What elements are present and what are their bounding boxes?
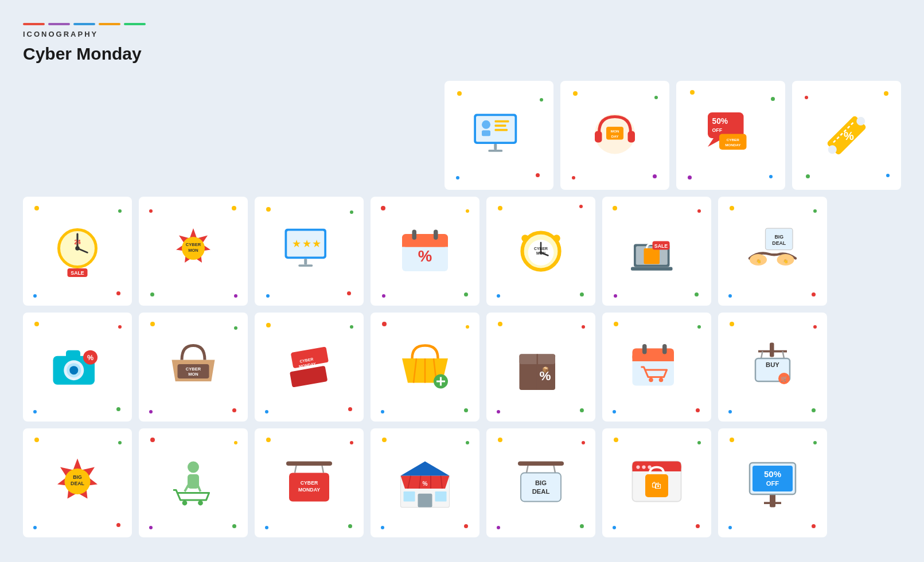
svg-text:CYBER: CYBER	[727, 138, 739, 142]
svg-text:MON: MON	[611, 129, 619, 133]
svg-text:DEAL: DEAL	[71, 481, 84, 486]
svg-rect-8	[488, 150, 502, 152]
svg-rect-102	[642, 344, 647, 354]
icon-cyber-mon-basket: CYBER MON	[139, 313, 248, 422]
icon-50off-billboard: 50% OFF	[718, 428, 827, 537]
svg-text:🛍: 🛍	[652, 479, 662, 491]
icon-cyber-mon-badge: CYBER MON	[139, 197, 248, 306]
icon-cyber-monday-tickets: CYBER MONDAY	[255, 313, 364, 422]
svg-rect-10	[595, 131, 602, 143]
svg-text:BUY: BUY	[766, 361, 779, 368]
svg-rect-49	[434, 230, 438, 240]
svg-text:CYBER: CYBER	[186, 366, 201, 372]
bar-blue	[73, 23, 95, 25]
svg-text:★: ★	[292, 238, 301, 249]
svg-rect-139	[518, 462, 564, 466]
svg-point-78	[69, 366, 78, 374]
svg-text:BIG: BIG	[535, 479, 547, 486]
svg-text:🛒: 🛒	[781, 375, 788, 383]
svg-text:50%: 50%	[712, 117, 728, 126]
svg-rect-123	[286, 462, 332, 466]
svg-text:MONDAY: MONDAY	[298, 487, 320, 493]
header: ICONOGRAPHY Cyber Monday	[23, 23, 901, 64]
svg-rect-135	[404, 491, 415, 502]
svg-rect-85	[290, 366, 328, 388]
icon-box-percent: % 📦	[486, 313, 595, 422]
svg-line-124	[295, 466, 297, 473]
svg-text:★: ★	[302, 238, 311, 249]
svg-text:SALE: SALE	[71, 270, 84, 276]
svg-text:CYBER: CYBER	[186, 242, 201, 247]
svg-text:%: %	[423, 481, 428, 487]
icon-store-front: %	[371, 428, 479, 537]
svg-rect-6	[495, 129, 508, 131]
svg-rect-3	[482, 130, 490, 136]
icon-website-bag: 🛍	[602, 428, 711, 537]
svg-text:DAY: DAY	[611, 134, 619, 138]
bar-purple	[48, 23, 70, 25]
svg-rect-4	[495, 120, 509, 123]
icon-headset-monday: MON DAY	[560, 81, 669, 190]
svg-text:SALE: SALE	[654, 243, 668, 249]
icon-big-deal-badge: BIG DEAL	[23, 428, 132, 537]
svg-rect-101	[633, 356, 675, 361]
svg-text:24: 24	[74, 239, 81, 245]
svg-rect-106	[770, 343, 774, 357]
icon-50off-bubble: 50% OFF CYBER MONDAY	[676, 81, 785, 190]
svg-line-141	[554, 466, 556, 473]
svg-rect-7	[494, 144, 497, 150]
svg-text:👋: 👋	[783, 259, 789, 264]
icon-monitor-stars: ★ ★ ★	[255, 197, 364, 306]
svg-point-117	[188, 462, 199, 473]
brand-bars	[23, 23, 901, 25]
svg-point-120	[198, 501, 203, 506]
svg-text:📦: 📦	[542, 366, 549, 373]
page-title: Cyber Monday	[23, 44, 901, 64]
svg-line-125	[322, 466, 324, 473]
svg-rect-43	[304, 259, 307, 264]
svg-text:CYBER: CYBER	[301, 480, 318, 486]
svg-rect-64	[644, 248, 660, 264]
svg-rect-44	[298, 264, 313, 267]
svg-rect-11	[628, 131, 636, 143]
svg-rect-134	[418, 494, 432, 508]
svg-text:BIG: BIG	[774, 234, 783, 240]
icon-add-basket	[371, 313, 479, 422]
svg-point-2	[482, 120, 490, 129]
icon-calendar-percent: %	[371, 197, 479, 306]
svg-text:👋: 👋	[756, 259, 762, 264]
icon-big-deal-sign: BIG DEAL	[486, 428, 595, 537]
icon-big-deal: BIG DEAL 👋 👋	[718, 197, 827, 306]
svg-point-53	[521, 235, 529, 242]
icon-cyber-monday-sign: CYBER MONDAY	[255, 428, 364, 537]
svg-point-105	[659, 378, 664, 383]
svg-text:OFF: OFF	[766, 480, 779, 487]
bar-orange	[99, 23, 120, 25]
svg-text:BIG: BIG	[73, 474, 82, 480]
page: ICONOGRAPHY Cyber Monday	[23, 23, 901, 537]
svg-rect-142	[521, 473, 561, 502]
svg-line-140	[527, 466, 528, 473]
svg-rect-103	[662, 344, 667, 354]
svg-text:MONDAY: MONDAY	[725, 143, 741, 147]
svg-rect-136	[435, 491, 447, 502]
icon-calendar-cart	[602, 313, 711, 422]
svg-point-148	[636, 465, 640, 469]
icon-buy-sign: BUY 🛒	[718, 313, 827, 422]
svg-rect-75	[66, 350, 80, 359]
svg-rect-47	[402, 241, 448, 247]
brand-title: ICONOGRAPHY	[23, 30, 901, 38]
svg-rect-5	[495, 124, 506, 127]
svg-point-60	[540, 251, 543, 254]
svg-text:MON: MON	[188, 372, 198, 377]
svg-text:MON: MON	[188, 248, 198, 253]
svg-rect-48	[412, 230, 417, 240]
bar-green	[124, 23, 146, 25]
svg-point-104	[649, 378, 653, 383]
svg-rect-63	[631, 267, 673, 271]
icon-laptop-sale-bag: SALE	[602, 197, 711, 306]
svg-point-149	[642, 465, 645, 469]
svg-point-54	[553, 235, 560, 242]
icon-cart-person	[139, 428, 248, 537]
icon-coupon-ticket: %	[792, 81, 901, 190]
